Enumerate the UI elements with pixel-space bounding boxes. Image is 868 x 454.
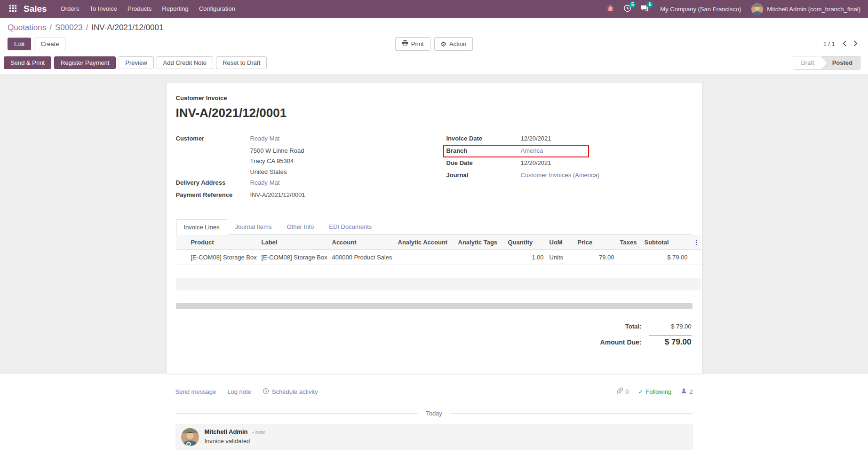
journal-link[interactable]: Customer Invoices (America): [521, 171, 600, 180]
apps-menu-button[interactable]: [5, 5, 21, 13]
attachments-button[interactable]: 0: [616, 387, 629, 396]
breadcrumb-quotations[interactable]: Quotations: [8, 23, 46, 32]
customer-link[interactable]: Ready Mat: [250, 134, 280, 143]
cell-uom: Units: [547, 250, 575, 265]
divider-line: [175, 413, 419, 414]
table-horizontal-scrollbar[interactable]: [176, 303, 693, 309]
optional-columns-icon[interactable]: ⋮: [691, 235, 701, 250]
nav-menu-reporting[interactable]: Reporting: [157, 0, 193, 18]
notebook-tabs: Invoice Lines Journal Items Other Info E…: [176, 219, 693, 235]
column-header-label[interactable]: Label: [259, 235, 329, 250]
reset-to-draft-button[interactable]: Reset to Draft: [216, 56, 267, 69]
user-menu[interactable]: Mitchell Admin (com_branch_final): [748, 3, 861, 15]
date-divider-label: Today: [418, 410, 450, 417]
register-payment-button[interactable]: Register Payment: [54, 56, 116, 69]
field-column-right: Invoice Date 12/20/2021 Branch America D…: [434, 134, 693, 203]
delivery-address-link[interactable]: Ready Mat: [250, 179, 280, 188]
edit-button[interactable]: Edit: [8, 38, 31, 50]
message-author[interactable]: Mitchell Admin: [205, 428, 248, 435]
due-date-label: Due Date: [446, 159, 521, 168]
tab-other-info[interactable]: Other Info: [279, 219, 321, 235]
activity-count-badge: 5: [629, 1, 636, 8]
invoice-lines-table: Product Label Account Analytic Account A…: [176, 235, 701, 303]
total-value: $ 79.00: [649, 323, 692, 330]
activities-button[interactable]: 5: [619, 0, 636, 18]
app-name[interactable]: Sales: [24, 4, 47, 14]
status-draft[interactable]: Draft: [793, 56, 821, 69]
message-body: Invoice validated: [205, 438, 265, 445]
action-button[interactable]: ⚙ Action: [434, 37, 473, 51]
cell-taxes: [617, 250, 642, 265]
invoice-number: INV-A/2021/12/0001: [176, 106, 693, 120]
send-message-button[interactable]: Send message: [175, 388, 216, 396]
messages-button[interactable]: 6: [636, 0, 653, 18]
online-status-dot: [186, 442, 191, 446]
tab-invoice-lines[interactable]: Invoice Lines: [176, 219, 228, 235]
person-icon: [681, 388, 687, 395]
log-note-button[interactable]: Log note: [227, 388, 251, 396]
bug-icon: [607, 5, 614, 13]
column-header-analytic-tags[interactable]: Analytic Tags: [455, 235, 505, 250]
breadcrumb-separator: /: [86, 23, 88, 32]
breadcrumb-s00023[interactable]: S00023: [55, 23, 83, 32]
print-button[interactable]: Print: [395, 37, 430, 51]
invoice-date-label: Invoice Date: [446, 134, 521, 143]
table-header-row: Product Label Account Analytic Account A…: [176, 235, 701, 250]
following-button[interactable]: ✓ Following: [638, 388, 671, 395]
following-label: Following: [645, 388, 671, 395]
field-column-left: Customer Ready Mat 7500 W Linne Road Tra…: [176, 134, 434, 203]
action-label: Action: [449, 40, 466, 47]
nav-menu-to-invoice[interactable]: To Invoice: [84, 0, 122, 18]
user-avatar: [751, 3, 763, 15]
branch-link[interactable]: America: [521, 147, 543, 156]
cell-label: [E-COM08] Storage Box: [259, 250, 329, 265]
tab-edi-documents[interactable]: EDI Documents: [321, 219, 379, 235]
payment-reference-label: Payment Reference: [176, 191, 250, 200]
column-header-product[interactable]: Product: [188, 235, 259, 250]
breadcrumb-separator: /: [49, 23, 52, 32]
breadcrumb: Quotations / S00023 / INV-A/2021/12/0001: [0, 18, 868, 35]
schedule-activity-button[interactable]: Schedule activity: [263, 388, 318, 396]
print-label: Print: [411, 40, 424, 47]
follower-count: 2: [689, 388, 693, 395]
nav-menu-configuration[interactable]: Configuration: [194, 0, 240, 18]
delivery-address-label: Delivery Address: [176, 179, 250, 188]
add-credit-note-button[interactable]: Add Credit Note: [157, 56, 214, 69]
nav-menu-products[interactable]: Products: [122, 0, 157, 18]
cell-analytic-account: [395, 250, 455, 265]
nav-menu-orders[interactable]: Orders: [56, 0, 85, 18]
gear-icon: ⚙: [441, 41, 447, 47]
column-header-taxes[interactable]: Taxes: [617, 235, 642, 250]
send-and-print-button[interactable]: Send & Print: [4, 56, 51, 69]
customer-address-line: Tracy CA 95304: [250, 157, 434, 165]
document-type-label: Customer Invoice: [176, 94, 693, 102]
invoice-line-row[interactable]: [E-COM08] Storage Box [E-COM08] Storage …: [176, 250, 701, 265]
tab-journal-items[interactable]: Journal Items: [227, 219, 279, 235]
column-header-price[interactable]: Price: [575, 235, 617, 250]
empty-row: [176, 278, 701, 290]
column-header-quantity[interactable]: Quantity: [505, 235, 547, 250]
column-header-subtotal[interactable]: Subtotal: [642, 235, 691, 250]
message-time: - now: [252, 429, 265, 435]
amount-due-label: Amount Due:: [600, 338, 642, 346]
pager-value[interactable]: 1 / 1: [823, 40, 835, 47]
empty-row: [176, 265, 701, 278]
debug-mode-button[interactable]: [602, 0, 619, 18]
company-switcher[interactable]: My Company (San Francisco): [653, 6, 748, 13]
divider-line: [450, 413, 693, 414]
form-sheet-background: Customer Invoice INV-A/2021/12/0001 Cust…: [0, 74, 868, 374]
message-author-avatar: [181, 428, 199, 446]
pager-next-button[interactable]: [851, 39, 860, 50]
amount-due-value: $ 79.00: [649, 336, 692, 347]
followers-button[interactable]: 2: [681, 388, 693, 395]
column-header-account[interactable]: Account: [329, 235, 395, 250]
column-header-analytic-account[interactable]: Analytic Account: [395, 235, 455, 250]
field-group: Customer Ready Mat 7500 W Linne Road Tra…: [176, 134, 693, 203]
preview-button[interactable]: Preview: [119, 56, 153, 69]
column-header-uom[interactable]: UoM: [547, 235, 575, 250]
clock-icon: [263, 388, 269, 396]
cell-price: 79.00: [575, 250, 617, 265]
create-button[interactable]: Create: [34, 38, 65, 50]
chatter: Send message Log note Schedule activity …: [166, 374, 702, 450]
pager-previous-button[interactable]: [840, 39, 850, 50]
